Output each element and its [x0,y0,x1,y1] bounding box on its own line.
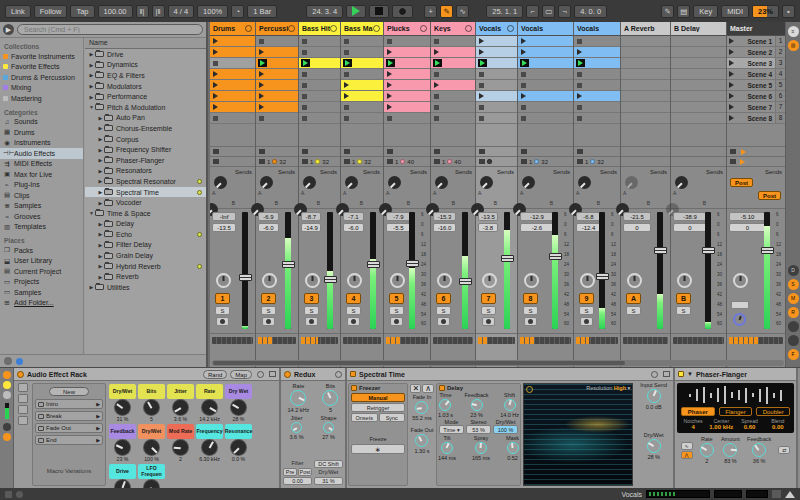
empty-clip-slot[interactable] [341,102,383,113]
clip[interactable] [341,91,383,102]
playing-clip[interactable] [341,58,383,69]
clip-stop-row[interactable] [518,147,573,157]
knob-dial[interactable] [700,443,714,457]
playing-clip[interactable] [518,58,573,69]
clip[interactable] [341,80,383,91]
tree-item-eq-filters[interactable]: ▶EQ & Filters [85,70,206,81]
quantization-menu[interactable]: 1 Bar [247,5,277,18]
link-button[interactable]: Link [5,5,31,18]
knob-dial[interactable] [507,442,519,454]
disclosure-right-icon[interactable]: ▶ [88,83,95,89]
param-value[interactable]: 0.60 [736,424,764,430]
volume-fader[interactable] [549,212,562,329]
clip-stop-row[interactable] [341,147,383,157]
search-input[interactable] [17,24,203,35]
knob-dial[interactable] [291,422,302,433]
fader-thumb[interactable] [596,273,609,280]
volume-fader[interactable] [501,212,514,329]
send-a-knob[interactable] [388,176,401,189]
knob-dial[interactable] [415,401,428,414]
param-notches[interactable]: Notches4 [679,418,707,430]
solo-button[interactable]: S [215,306,230,315]
macro-knob[interactable] [115,440,130,455]
cue-volume-knob[interactable] [733,313,746,326]
sidebar-item-packs[interactable]: ❒Packs [0,245,83,256]
empty-clip-slot[interactable] [574,36,620,47]
sidebar-item-midi-effects[interactable]: ⇶MIDI Effects [0,159,83,170]
empty-clip-slot[interactable] [341,47,383,58]
volume-display[interactable]: -14.9 [301,223,321,232]
delay-feedback-knob[interactable]: Feedback23 % [464,392,488,418]
knob-dial[interactable] [752,443,766,457]
send-a-post-toggle[interactable]: Post [730,178,753,187]
scene-slot-8[interactable]: Scene 88 [727,113,785,124]
nudge-down-button[interactable]: ‖| [136,5,149,18]
fader-thumb[interactable] [459,278,472,285]
macro-value[interactable]: 31 % [117,416,129,422]
sidebar-item-grooves[interactable]: ≈Grooves [0,211,83,222]
volume-fader[interactable] [702,212,715,329]
stop-clips-icon[interactable] [521,149,527,154]
clip[interactable] [384,80,430,91]
clip[interactable] [210,91,255,102]
empty-clip-slot[interactable] [341,113,383,124]
volume-display[interactable]: -13.5 [212,223,236,232]
volume-display[interactable]: -6.0 [343,223,364,232]
clip-preview-thumbnail[interactable] [646,490,710,498]
automation-arm-button[interactable]: ✎ [440,5,453,18]
solo-button[interactable]: S [346,306,361,315]
toggle-track-delay[interactable] [788,321,799,332]
clip-play-icon[interactable] [387,93,392,99]
peak-level-display[interactable]: -8.7 [301,212,321,221]
tree-item-modulators[interactable]: ▶Modulators [85,81,206,92]
volume-display[interactable]: -16.0 [433,223,456,232]
sidebar-item-drums[interactable]: ▦Drums [0,127,83,138]
rack-map-button[interactable]: Map [230,370,252,379]
knob-dial[interactable] [322,390,338,406]
track-header[interactable]: A Reverb [621,22,670,36]
empty-clip-slot[interactable] [574,113,620,124]
param-value[interactable]: 4 [679,424,707,430]
device-view-icon[interactable] [3,381,11,389]
metronome-button[interactable]: ◔ [231,5,244,18]
stop-clips-icon[interactable] [434,149,440,154]
knob-dial[interactable] [475,442,487,454]
sidebar-item-projects[interactable]: ▭Projects [0,277,83,288]
clip[interactable] [256,69,298,80]
track-activator-button[interactable]: 6 [436,293,451,304]
knob-value[interactable]: 55.2 ms [412,415,432,421]
macro-value[interactable]: 5 [150,416,153,422]
clip[interactable] [518,36,573,47]
empty-clip-slot[interactable] [341,69,383,80]
arm-button[interactable] [347,317,360,326]
empty-clip-slot[interactable] [384,36,430,47]
empty-clip-slot[interactable] [210,113,255,124]
track-activator-button[interactable]: 7 [481,293,496,304]
delay-drywet-value[interactable]: 100 % [493,425,518,434]
macro-value[interactable]: 14.2 kHz [199,416,219,422]
tree-item-phaser-flanger[interactable]: ▶Phaser-Flanger [85,155,206,166]
clip[interactable] [518,47,573,58]
scene-slot-1[interactable]: Scene 11 [727,36,785,47]
stop-clips-icon[interactable] [344,149,350,154]
play-button[interactable] [346,5,366,18]
clip-play-icon[interactable] [213,93,218,99]
knob-dial[interactable] [290,390,306,406]
pan-knob[interactable] [627,273,642,288]
clip[interactable] [476,47,517,58]
disclosure-right-icon[interactable]: ▶ [97,168,104,174]
redux-bits-knob[interactable]: Bits5 [322,383,338,413]
clip-play-icon[interactable] [259,71,264,77]
empty-clip-slot[interactable] [256,113,298,124]
track-header[interactable]: Keys [431,22,475,36]
tree-item-vocoder[interactable]: ▶Vocoder [85,197,206,208]
solo-button[interactable]: S [481,306,496,315]
disclosure-right-icon[interactable]: ▶ [97,189,104,195]
pan-knob[interactable] [216,273,231,288]
macro-value[interactable]: 28 % [233,416,245,422]
solo-button[interactable]: S [436,306,451,315]
rack-title-bar[interactable]: Audio Effect Rack Rand Map [14,368,279,381]
macro-knob[interactable] [231,400,246,415]
clip-play-icon[interactable] [213,71,218,77]
clip[interactable] [210,47,255,58]
